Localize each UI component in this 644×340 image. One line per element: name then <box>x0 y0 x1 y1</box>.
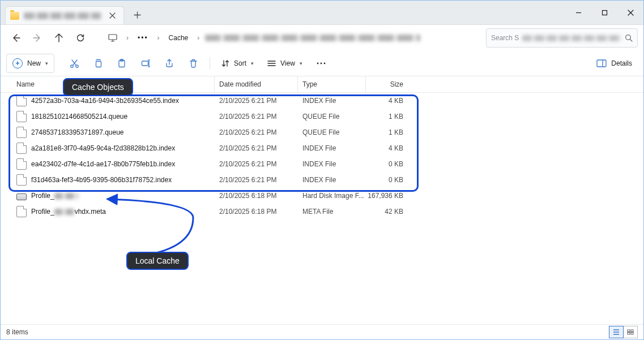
sort-label: Sort <box>234 59 246 67</box>
maximize-button[interactable] <box>591 1 617 24</box>
cell-size: 167,936 KB <box>366 192 411 200</box>
copy-icon <box>93 59 103 68</box>
tab-close-button[interactable] <box>105 9 119 23</box>
tab-title <box>24 12 101 19</box>
cell-name: 42572a3b-703a-4a16-9494-3b269354ce55.ind… <box>12 95 215 106</box>
view-button[interactable]: View ▾ <box>262 54 308 72</box>
svg-rect-13 <box>628 330 630 332</box>
file-icon <box>16 127 27 138</box>
cut-button[interactable] <box>63 54 85 72</box>
file-icon <box>16 174 27 186</box>
table-row[interactable]: f31d463a-fef3-4b95-9395-806b31f78752.ind… <box>1 172 643 188</box>
chevron-right-icon: › <box>197 34 199 42</box>
item-count: 8 items <box>6 328 28 336</box>
chevron-down-icon: ▾ <box>300 61 302 66</box>
column-header-name[interactable]: Name <box>12 76 215 92</box>
window-controls <box>565 1 643 24</box>
file-name: a2a181e8-3f70-4a95-9c4a-f2d38828b12b.ind… <box>31 144 175 152</box>
file-name: 2748537183395371897.queue <box>31 128 124 136</box>
table-row[interactable]: 18182510214668505214.queue2/10/2025 6:21… <box>1 109 643 124</box>
disk-icon <box>16 193 27 200</box>
breadcrumb-cache[interactable]: Cache <box>165 32 192 44</box>
column-header-date[interactable]: Date modified <box>215 76 298 92</box>
svg-rect-0 <box>602 10 607 15</box>
cell-size: 4 KB <box>366 97 411 105</box>
cell-size: 4 KB <box>366 144 411 152</box>
minimize-icon <box>575 10 582 16</box>
up-button[interactable] <box>49 28 69 48</box>
explorer-window: › ••• › Cache › Search S + New ▾ <box>0 0 644 340</box>
new-button[interactable]: + New ▾ <box>6 54 54 73</box>
scissors-icon <box>70 59 79 68</box>
file-area: Name Date modified Type Size 42572a3b-70… <box>1 76 643 324</box>
share-button[interactable] <box>159 54 180 72</box>
paste-icon <box>117 59 126 68</box>
cell-size: 0 KB <box>366 160 411 168</box>
rename-icon <box>141 59 151 68</box>
table-row[interactable]: 42572a3b-703a-4a16-9494-3b269354ce55.ind… <box>1 93 643 109</box>
view-toggle-details[interactable] <box>609 326 624 338</box>
close-icon <box>109 12 116 19</box>
more-button[interactable] <box>310 54 332 72</box>
svg-rect-16 <box>631 333 633 335</box>
cell-type: QUEUE File <box>298 113 366 120</box>
nav-bar: › ••• › Cache › Search S <box>1 25 643 51</box>
separator <box>210 57 210 70</box>
svg-rect-1 <box>109 35 117 40</box>
column-header-size[interactable]: Size <box>366 76 411 92</box>
close-window-button[interactable] <box>617 1 643 24</box>
paste-button[interactable] <box>111 54 133 72</box>
cell-type: INDEX File <box>298 144 366 152</box>
breadcrumb-overflow[interactable]: ••• <box>134 32 152 44</box>
file-name: f31d463a-fef3-4b95-9395-806b31f78752.ind… <box>31 176 172 184</box>
details-pane-button[interactable]: Details <box>591 54 638 72</box>
svg-rect-8 <box>142 61 148 66</box>
svg-point-10 <box>320 63 322 64</box>
breadcrumb[interactable]: › ••• › Cache › <box>100 29 484 47</box>
delete-button[interactable] <box>182 54 204 72</box>
table-row[interactable]: 2748537183395371897.queue2/10/2025 6:21 … <box>1 124 643 140</box>
file-icon <box>16 206 27 217</box>
view-list-icon <box>267 60 276 67</box>
cell-date: 2/10/2025 6:21 PM <box>215 176 298 184</box>
cell-type: INDEX File <box>298 97 366 105</box>
status-bar: 8 items <box>1 324 643 339</box>
table-row[interactable]: ea423402-d7fe-4c1d-ae17-8b0b775feb1b.ind… <box>1 156 643 172</box>
forward-button[interactable] <box>28 28 47 48</box>
table-row[interactable]: a2a181e8-3f70-4a95-9c4a-f2d38828b12b.ind… <box>1 140 643 156</box>
back-button[interactable] <box>6 28 25 48</box>
copy-button[interactable] <box>87 54 109 72</box>
breadcrumb-tail[interactable] <box>205 35 420 41</box>
minimize-button[interactable] <box>565 1 591 24</box>
new-tab-button[interactable] <box>127 5 147 24</box>
search-input[interactable]: Search S <box>486 28 638 48</box>
cell-size: 0 KB <box>366 176 411 184</box>
chevron-down-icon: ▾ <box>45 61 48 66</box>
cell-name: 18182510214668505214.queue <box>12 111 215 122</box>
active-tab[interactable] <box>5 6 124 24</box>
file-name: 42572a3b-703a-4a16-9494-3b269354ce55.ind… <box>31 97 179 105</box>
cell-size: 42 KB <box>366 208 411 216</box>
refresh-button[interactable] <box>71 28 90 48</box>
search-placeholder-prefix: Search S <box>491 34 519 42</box>
cell-type: QUEUE File <box>298 128 366 136</box>
breadcrumb-root[interactable] <box>105 32 121 44</box>
table-row[interactable]: Profile_vhdx.meta2/10/2025 6:18 PMMETA F… <box>1 204 643 220</box>
maximize-icon <box>602 10 608 16</box>
cell-name: a2a181e8-3f70-4a95-9c4a-f2d38828b12b.ind… <box>12 143 215 154</box>
svg-rect-15 <box>628 333 630 335</box>
column-header-row: Name Date modified Type Size <box>1 76 643 93</box>
column-header-type[interactable]: Type <box>298 76 366 92</box>
file-icon <box>16 95 27 106</box>
details-label: Details <box>611 59 632 67</box>
plus-icon <box>134 11 141 19</box>
file-icon <box>16 158 27 170</box>
table-row[interactable]: Profile_2/10/2025 6:18 PMHard Disk Image… <box>1 188 643 204</box>
sort-button[interactable]: Sort ▾ <box>216 54 259 72</box>
file-name: 18182510214668505214.queue <box>31 113 127 120</box>
rename-button[interactable] <box>135 54 156 72</box>
file-icon <box>16 111 27 122</box>
cell-type: INDEX File <box>298 160 366 168</box>
cell-date: 2/10/2025 6:18 PM <box>215 192 298 200</box>
view-toggle-large[interactable] <box>624 326 638 338</box>
